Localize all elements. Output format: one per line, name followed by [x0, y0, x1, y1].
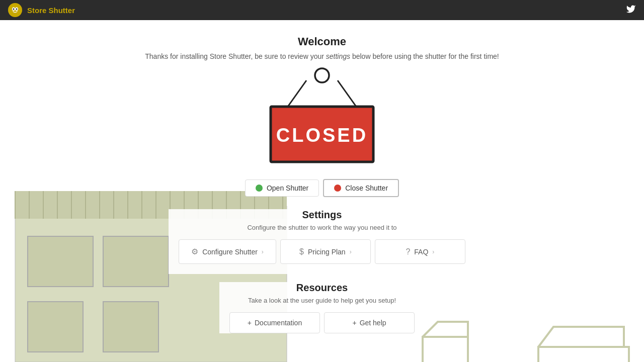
resources-buttons: + Documentation + Get help — [229, 312, 415, 333]
close-shutter-button[interactable]: Close Shutter — [323, 179, 399, 197]
gear-icon: ⚙ — [191, 247, 198, 256]
svg-point-0 — [10, 5, 20, 15]
dollar-icon: $ — [299, 247, 304, 256]
plus-icon-help: + — [352, 319, 356, 327]
get-help-label: Get help — [360, 319, 386, 327]
open-shutter-button[interactable]: Open Shutter — [245, 179, 319, 197]
settings-subtitle: Configure the shutter to work the way yo… — [179, 224, 465, 231]
settings-section: Settings Configure the shutter to work t… — [169, 209, 475, 274]
closed-sign-container: CLOSED — [262, 65, 382, 171]
welcome-settings-link[interactable]: settings — [326, 52, 350, 60]
faq-label: FAQ — [414, 248, 428, 256]
documentation-label: Documentation — [255, 319, 302, 327]
welcome-title: Welcome — [145, 35, 499, 48]
svg-point-35 — [315, 68, 329, 82]
twitter-link[interactable] — [626, 4, 636, 16]
main-content: Welcome Thanks for installing Store Shut… — [0, 20, 644, 362]
open-status-dot — [256, 185, 263, 192]
svg-text:CLOSED: CLOSED — [276, 125, 368, 146]
app-logo — [8, 3, 22, 17]
configure-shutter-button[interactable]: ⚙ Configure Shutter › — [179, 239, 276, 264]
resources-subtitle: Take a look at the user guide to help ge… — [229, 297, 415, 304]
get-help-button[interactable]: + Get help — [324, 312, 415, 333]
welcome-text-after: below before using the shutter for the f… — [350, 52, 499, 60]
faq-button[interactable]: ? FAQ › — [375, 239, 465, 264]
settings-title: Settings — [179, 209, 465, 221]
toggle-section: Open Shutter Close Shutter — [245, 179, 399, 197]
svg-point-3 — [13, 9, 15, 10]
resources-title: Resources — [229, 282, 415, 294]
resources-section: Resources Take a look at the user guide … — [219, 282, 425, 333]
header-left: Store Shutter — [8, 3, 75, 17]
chevron-icon-2: › — [350, 248, 352, 255]
welcome-subtitle: Thanks for installing Store Shutter, be … — [145, 52, 499, 60]
close-status-dot — [334, 185, 341, 192]
svg-point-4 — [16, 9, 18, 10]
plus-icon-doc: + — [248, 319, 252, 327]
documentation-button[interactable]: + Documentation — [229, 312, 320, 333]
chevron-icon-3: › — [432, 248, 434, 255]
closed-sign-svg: CLOSED — [262, 65, 382, 171]
app-title: Store Shutter — [27, 6, 75, 15]
question-icon: ? — [406, 247, 410, 256]
pricing-plan-button[interactable]: $ Pricing Plan › — [280, 239, 371, 264]
open-shutter-label: Open Shutter — [267, 184, 308, 192]
close-shutter-label: Close Shutter — [345, 184, 388, 192]
settings-buttons: ⚙ Configure Shutter › $ Pricing Plan › ?… — [179, 239, 465, 264]
app-header: Store Shutter — [0, 0, 644, 20]
svg-line-36 — [288, 80, 306, 107]
welcome-text-before: Thanks for installing Store Shutter, be … — [145, 52, 326, 60]
svg-line-37 — [338, 80, 356, 107]
configure-shutter-label: Configure Shutter — [202, 248, 258, 256]
chevron-icon: › — [262, 248, 264, 255]
welcome-section: Welcome Thanks for installing Store Shut… — [145, 20, 499, 60]
pricing-plan-label: Pricing Plan — [308, 248, 346, 256]
